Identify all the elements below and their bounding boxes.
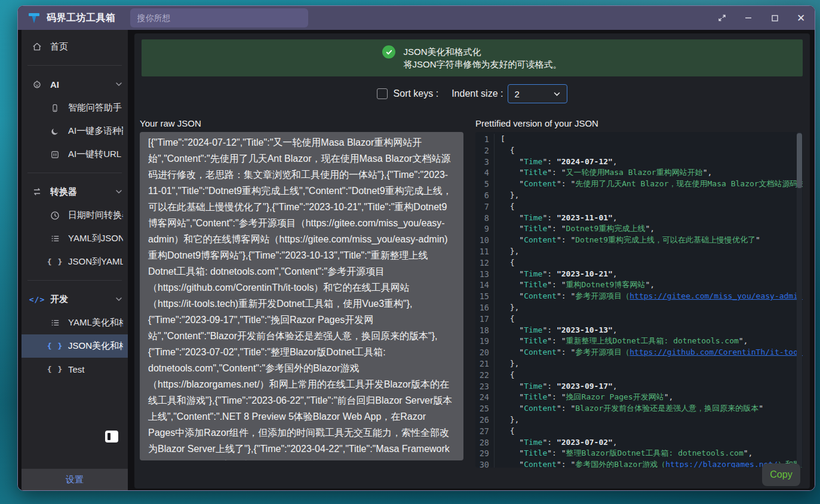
search-input[interactable] <box>130 8 308 27</box>
line-number: 27 <box>479 426 495 437</box>
settings-button[interactable]: 设置 <box>22 469 128 490</box>
code-line: 14 "Title": "重构Dotnet9博客网站", <box>479 279 803 291</box>
titlebar: 码界工坊工具箱 ✕ <box>18 6 815 30</box>
sidebar-item-converter[interactable]: 转换器 <box>22 180 128 204</box>
sidebar-item-json-format[interactable]: { }JSON美化和格式化 <box>22 334 128 358</box>
collapse-sidebar-icon[interactable] <box>105 431 118 442</box>
braces-icon: { } <box>49 342 61 351</box>
close-icon[interactable]: ✕ <box>796 13 806 23</box>
line-number: 30 <box>479 459 495 468</box>
line-number: 9 <box>479 223 495 235</box>
code-line: 28 "Time": "2023-07-02", <box>479 437 803 448</box>
prettified-json-view[interactable]: 1[2 {3 "Time": "2024-07-12",4 "Title": "… <box>475 132 803 468</box>
line-number: 19 <box>479 336 495 347</box>
code-line: 12 { <box>479 257 803 269</box>
code-text: }, <box>500 302 519 314</box>
code-text: "Content": "Blazor开发前台体验还是差强人意，换回原来的版本" <box>500 403 763 414</box>
app-title: 码界工坊工具箱 <box>47 12 116 24</box>
line-number: 3 <box>479 156 495 168</box>
code-text: { <box>500 201 514 213</box>
window-content: 首页AI智能问答助手AI一键多语种翻译AI一键转URL Slug转换器日期时间转… <box>18 30 815 490</box>
sidebar-item-test[interactable]: { }Test <box>22 358 128 381</box>
chevron-down-icon <box>115 80 123 88</box>
editor-panels: Your raw JSON [{"Time":"2024-07-12","Tit… <box>134 104 810 488</box>
expand-icon[interactable] <box>717 13 727 23</box>
code-line: 2 { <box>479 145 803 156</box>
sidebar-item-ai-qa[interactable]: 智能问答助手 <box>22 96 128 119</box>
slug-icon <box>49 150 61 159</box>
code-text: "Content": "Dotnet9重构完成上线，可以在此基础上慢慢优化了" <box>500 235 760 246</box>
line-number: 18 <box>479 325 495 336</box>
code-text: "Title": "重新整理上线Dotnet工具箱: dotnetools.co… <box>500 336 748 347</box>
raw-json-input[interactable]: [{"Time":"2024-07-12","Title":"又一轮使用Masa… <box>140 132 463 460</box>
line-number: 10 <box>479 235 495 246</box>
line-number: 26 <box>479 414 495 426</box>
line-number: 17 <box>479 314 495 325</box>
sidebar-item-ai-url-slug[interactable]: AI一键转URL Slug <box>22 143 128 166</box>
sidebar-item-yaml-to-json[interactable]: YAML到JSON转换 <box>22 227 128 250</box>
sidebar-item-label: 智能问答助手 <box>68 102 122 113</box>
code-line: 16 }, <box>479 302 803 314</box>
code-line: 7 { <box>479 201 803 213</box>
code-line: 19 "Title": "重新整理上线Dotnet工具箱: dotnetools… <box>479 336 803 347</box>
line-number: 2 <box>479 145 495 156</box>
code-line: 25 "Content": "Blazor开发前台体验还是差强人意，换回原来的版… <box>479 403 803 414</box>
code-line: 23 "Time": "2023-09-17", <box>479 381 803 392</box>
sidebar: 首页AI智能问答助手AI一键多语种翻译AI一键转URL Slug转换器日期时间转… <box>22 30 128 490</box>
pretty-scrollbar-thumb[interactable] <box>797 133 802 188</box>
code-text: }, <box>500 190 519 201</box>
sidebar-item-datetime-converter[interactable]: 日期时间转换器 <box>22 204 128 227</box>
code-text: { <box>500 314 514 325</box>
pretty-scrollbar[interactable] <box>797 132 802 468</box>
line-number: 12 <box>479 257 495 269</box>
maximize-icon[interactable] <box>769 13 780 23</box>
sidebar-item-yaml-format[interactable]: YAML美化和格式化 <box>22 311 128 334</box>
app-window: 码界工坊工具箱 ✕ 首页AI智能问答助手AI一键多语种翻译AI一键转URL Sl… <box>17 5 815 491</box>
code-text: "Content": "参考开源项目（https://gitee.com/mis… <box>500 291 803 302</box>
line-number: 16 <box>479 302 495 314</box>
code-line: 20 "Content": "参考开源项目（https://github.com… <box>479 347 803 358</box>
sidebar-divider <box>27 173 122 173</box>
line-number: 1 <box>479 134 495 145</box>
sidebar-item-ai[interactable]: AI <box>22 72 128 96</box>
sidebar-item-label: 日期时间转换器 <box>68 210 123 221</box>
code-text: { <box>500 257 514 269</box>
code-line: 17 { <box>479 314 803 325</box>
code-text: "Time": "2023-09-17", <box>500 381 618 392</box>
code-line: 6 }, <box>479 190 803 201</box>
sidebar-item-label: 转换器 <box>50 186 77 198</box>
code-line: 1[ <box>479 134 803 145</box>
tool-title: JSON美化和格式化 <box>403 45 561 58</box>
sort-keys-checkbox[interactable] <box>377 88 388 99</box>
indent-size-select[interactable]: 2 <box>508 84 567 103</box>
sidebar-item-label: YAML到JSON转换 <box>68 233 123 244</box>
chevron-down-icon <box>115 295 123 303</box>
sidebar-item-label: AI一键转URL Slug <box>68 149 123 160</box>
settings-label: 设置 <box>66 474 84 485</box>
line-number: 22 <box>479 370 495 381</box>
sidebar-item-label: 首页 <box>50 41 68 53</box>
code-text: "Time": "2023-10-13", <box>500 325 618 336</box>
code-line: 26 }, <box>479 414 803 426</box>
line-number: 4 <box>479 167 495 179</box>
sidebar-item-home[interactable]: 首页 <box>22 35 128 59</box>
sidebar-item-ai-translate[interactable]: AI一键多语种翻译 <box>22 119 128 143</box>
line-number: 11 <box>479 246 495 257</box>
line-number: 13 <box>479 269 495 280</box>
check-circle-icon <box>382 45 395 59</box>
sidebar-item-json-to-yaml[interactable]: { }JSON到YAML转换 <box>22 250 128 273</box>
copy-button[interactable]: Copy <box>762 463 800 486</box>
minimize-icon[interactable] <box>743 13 754 23</box>
line-number: 15 <box>479 291 495 302</box>
code-line: 27 { <box>479 426 803 437</box>
line-number: 29 <box>479 448 495 459</box>
sort-keys-label: Sort keys : <box>394 88 439 99</box>
code-line: 21 }, <box>479 358 803 370</box>
code-line: 8 "Time": "2023-11-01", <box>479 213 803 224</box>
code-line: 4 "Title": "又一轮使用Masa Blazor重构网站开始", <box>479 167 803 179</box>
code-line: 24 "Title": "挽回Razor Pages开发网站", <box>479 392 803 403</box>
phone-icon <box>49 103 61 113</box>
sidebar-item-dev[interactable]: </>开发 <box>22 287 128 311</box>
line-number: 14 <box>479 279 495 291</box>
code-text: }, <box>500 358 519 370</box>
